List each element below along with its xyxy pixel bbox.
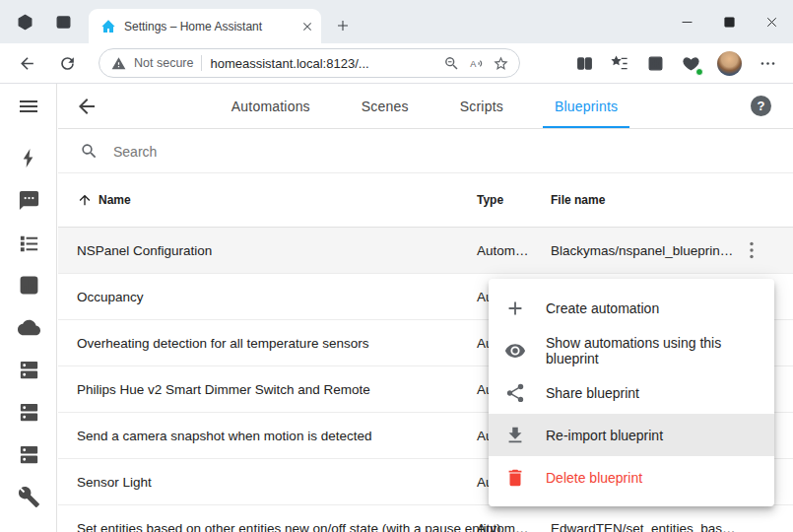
- search-icon: [80, 142, 99, 161]
- help-button[interactable]: ?: [751, 96, 771, 116]
- tab-actions-icon[interactable]: [54, 13, 73, 32]
- read-aloud-icon[interactable]: A: [468, 55, 485, 72]
- collections-icon[interactable]: [646, 54, 665, 73]
- sidebar-item-server-icon[interactable]: [0, 433, 57, 476]
- favorite-star-icon[interactable]: [493, 55, 509, 72]
- menu-item-label: Create automation: [546, 300, 659, 316]
- menu-item-label: Re-import blueprint: [546, 428, 663, 443]
- home-assistant-favicon: [100, 19, 116, 34]
- sidebar-item-bolt-icon[interactable]: [0, 137, 57, 179]
- search-input[interactable]: Search: [113, 144, 157, 160]
- row-menu-icon[interactable]: [740, 238, 763, 262]
- back-icon[interactable]: [18, 54, 36, 73]
- sidebar-item-server-icon[interactable]: [0, 391, 57, 433]
- workspaces-icon[interactable]: [16, 13, 34, 32]
- row-name: Overheating detection for all temperatur…: [77, 336, 368, 351]
- menu-item-reimport-blueprint[interactable]: Re-import blueprint: [489, 414, 774, 456]
- essentials-status-dot: [695, 68, 703, 76]
- url-text[interactable]: homeassistant.local:8123/...: [210, 56, 435, 71]
- menu-item-delete-blueprint[interactable]: Delete blueprint: [489, 456, 774, 499]
- settings-tabs: Automations Scenes Scripts Blueprints: [99, 84, 751, 128]
- column-name[interactable]: Name: [77, 192, 131, 208]
- browser-tab[interactable]: Settings – Home Assistant: [89, 9, 321, 43]
- sidebar-item-chat-icon[interactable]: [0, 179, 57, 222]
- row-file: EdwardTEN/set_entities_bas…: [551, 521, 736, 532]
- new-tab-button[interactable]: [335, 18, 351, 33]
- row-name: NSPanel Configuration: [77, 243, 212, 258]
- browser-titlebar: Settings – Home Assistant: [0, 0, 793, 43]
- row-name: Occupancy: [77, 290, 144, 304]
- zoom-out-icon[interactable]: [443, 55, 460, 72]
- blueprint-context-menu: Create automation Show automations using…: [489, 279, 774, 506]
- row-name: Sensor Light: [77, 475, 152, 490]
- menu-item-share-blueprint[interactable]: Share blueprint: [489, 371, 774, 414]
- not-secure-warning-icon: [111, 56, 126, 71]
- address-bar[interactable]: Not secure homeassistant.local:8123/... …: [99, 48, 520, 78]
- tab-blueprints[interactable]: Blueprints: [529, 84, 643, 128]
- download-icon: [504, 425, 526, 446]
- row-type: Autom…: [477, 243, 529, 258]
- tab-automations[interactable]: Automations: [206, 84, 336, 128]
- trash-icon: [504, 467, 526, 489]
- menu-item-create-automation[interactable]: Create automation: [489, 287, 774, 329]
- tab-scenes[interactable]: Scenes: [336, 84, 434, 128]
- svg-text:A: A: [470, 58, 477, 68]
- not-secure-label[interactable]: Not secure: [134, 56, 193, 70]
- maximize-button[interactable]: [708, 0, 751, 43]
- split-screen-icon[interactable]: [575, 54, 594, 73]
- search-bar: Search: [58, 130, 793, 173]
- browser-menu-icon[interactable]: [759, 54, 777, 73]
- browser-essentials-icon[interactable]: [682, 54, 700, 73]
- share-icon: [504, 382, 526, 404]
- app-back-icon[interactable]: [75, 95, 99, 118]
- plus-icon: [504, 298, 526, 319]
- row-type: Autom…: [477, 521, 529, 532]
- column-file-name[interactable]: File name: [551, 193, 605, 207]
- sidebar-item-cloud-icon[interactable]: [0, 306, 57, 349]
- home-assistant-app: Automations Scenes Scripts Blueprints ? …: [0, 84, 793, 532]
- menu-item-label: Delete blueprint: [546, 470, 642, 486]
- address-divider: [201, 55, 202, 71]
- sidebar-item-todo-list-icon[interactable]: [0, 222, 57, 264]
- row-name: Philips Hue v2 Smart Dimmer Switch and R…: [77, 382, 370, 397]
- table-header: Name Type File name: [58, 173, 793, 228]
- row-name: Send a camera snapshot when motion is de…: [77, 429, 371, 443]
- table-row[interactable]: NSPanel Configuration Autom… Blackymas/n…: [58, 228, 793, 274]
- sidebar-rail: [0, 84, 57, 532]
- browser-window: Settings – Home Assistant: [0, 0, 793, 532]
- browser-navbar: Not secure homeassistant.local:8123/... …: [0, 43, 793, 84]
- table-row[interactable]: Set entities based on other entities new…: [58, 505, 793, 532]
- sidebar-item-bar-chart-icon[interactable]: [0, 264, 57, 306]
- sidebar-item-server-icon[interactable]: [0, 349, 57, 391]
- row-file: Blackymas/nspanel_blueprin…: [551, 243, 733, 258]
- tab-close-icon[interactable]: [299, 19, 315, 34]
- close-window-button[interactable]: [751, 0, 793, 43]
- navbar-right-icons: [575, 51, 783, 76]
- refresh-icon[interactable]: [58, 54, 77, 73]
- profile-avatar[interactable]: [717, 51, 742, 76]
- menu-item-show-automations[interactable]: Show automations using this blueprint: [489, 329, 774, 371]
- menu-item-label: Share blueprint: [546, 385, 639, 401]
- column-type[interactable]: Type: [477, 193, 503, 207]
- sidebar-menu-icon[interactable]: [17, 95, 40, 118]
- sort-ascending-icon[interactable]: [77, 192, 93, 208]
- window-controls: [666, 0, 793, 43]
- eye-icon: [504, 340, 526, 362]
- row-name: Set entities based on other entities new…: [77, 521, 501, 532]
- tab-scripts[interactable]: Scripts: [434, 84, 529, 128]
- column-name-label: Name: [99, 193, 131, 207]
- tab-title: Settings – Home Assistant: [124, 20, 292, 33]
- settings-header: Automations Scenes Scripts Blueprints ?: [58, 84, 793, 129]
- sidebar-item-wrench-icon[interactable]: [0, 476, 57, 518]
- favorites-icon[interactable]: [611, 54, 629, 73]
- menu-item-label: Show automations using this blueprint: [546, 335, 759, 366]
- minimize-button[interactable]: [666, 0, 708, 43]
